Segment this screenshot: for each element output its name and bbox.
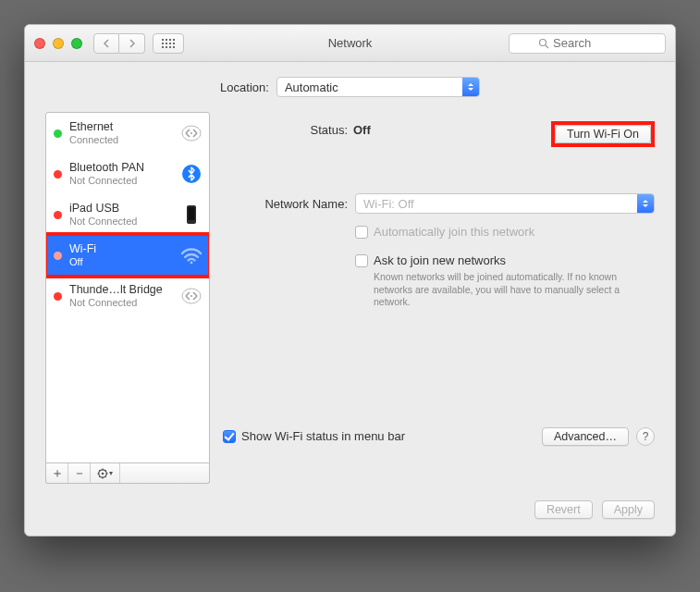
titlebar: Network [25,25,675,62]
content-area: Location: Automatic Ethernet Connected [25,62,675,536]
advanced-button[interactable]: Advanced… [542,427,629,446]
status-dot-icon [54,252,62,260]
svg-point-21 [190,295,192,297]
wifi-icon [179,243,203,267]
svg-point-15 [190,132,192,134]
minimize-icon[interactable] [53,38,64,49]
annotation-highlight [551,121,655,147]
status-dot-icon [54,170,62,179]
svg-line-28 [99,470,100,471]
svg-line-29 [104,475,105,476]
sidebar-item-label: Thunde…lt Bridge [69,283,172,297]
ask-join-checkbox[interactable] [355,254,368,267]
location-value: Automatic [277,80,338,94]
svg-rect-6 [169,43,171,44]
svg-line-30 [99,475,100,476]
svg-rect-4 [162,43,164,44]
search-field[interactable] [509,33,666,54]
footer: Revert Apply [45,500,655,519]
search-icon [538,38,549,49]
sidebar-item-label: Bluetooth PAN [69,161,172,175]
nav-segment [93,33,145,54]
svg-point-23 [101,472,104,475]
sidebar-item-sub: Not Connected [69,297,172,309]
close-icon[interactable] [34,38,45,49]
search-input[interactable] [553,36,636,50]
auto-join-label: Automatically join this network [374,225,534,239]
menu-bar-label: Show Wi-Fi status in menu bar [241,429,405,443]
auto-join-checkbox [355,226,368,239]
sidebar-item-label: Wi-Fi [69,242,172,256]
sidebar-item-ethernet[interactable]: Ethernet Connected [46,113,209,154]
sidebar-footer: ＋ － [45,463,210,484]
svg-line-31 [104,470,105,471]
svg-line-13 [546,45,548,48]
sidebar-item-thunderbolt-bridge[interactable]: Thunde…lt Bridge Not Connected [46,276,209,316]
svg-rect-7 [173,43,175,44]
chevron-updown-icon [462,78,479,96]
status-label: Status: [223,121,348,137]
svg-point-12 [540,39,546,45]
apply-button[interactable]: Apply [602,500,655,519]
bluetooth-icon [179,162,203,186]
sidebar-item-wifi[interactable]: Wi-Fi Off [46,235,209,276]
sidebar-item-sub: Off [69,256,172,268]
ask-join-row: Ask to join new networks [355,253,655,267]
svg-rect-9 [166,46,167,48]
interface-list: Ethernet Connected Bluetooth PAN Not Con… [45,112,210,463]
forward-button[interactable] [119,33,145,54]
revert-button[interactable]: Revert [534,500,593,519]
status-value: Off [353,121,371,137]
sidebar-item-bluetooth-pan[interactable]: Bluetooth PAN Not Connected [46,154,209,194]
sidebar-item-label: Ethernet [69,120,172,134]
traffic-lights [34,38,82,49]
thunderbolt-icon [179,284,203,308]
ethernet-icon [179,121,203,145]
svg-rect-1 [166,39,167,41]
detail-panel: Status: Off Turn Wi-Fi On Network Name: … [223,112,655,484]
sidebar-wrap: Ethernet Connected Bluetooth PAN Not Con… [45,112,210,484]
auto-join-row: Automatically join this network [355,225,655,239]
device-icon [179,203,203,227]
sidebar-item-sub: Connected [69,134,172,146]
location-row: Location: Automatic [45,77,655,97]
svg-rect-2 [169,39,171,41]
svg-rect-11 [173,46,175,48]
show-all-button[interactable] [153,33,184,54]
sidebar-item-sub: Not Connected [69,216,172,228]
remove-interface-button[interactable]: － [68,463,91,483]
network-preferences-window: Network Location: Automatic Ethernet [24,24,676,536]
status-dot-icon [54,211,62,219]
svg-rect-3 [173,39,175,41]
network-name-select[interactable]: Wi-Fi: Off [355,193,655,214]
network-name-label: Network Name: [223,197,348,211]
ask-join-hint: Known networks will be joined automatica… [374,271,623,309]
back-button[interactable] [93,33,119,54]
chevron-updown-icon [637,194,654,213]
menu-bar-checkbox[interactable] [223,430,236,443]
svg-rect-18 [189,207,195,220]
location-label: Location: [220,80,269,94]
status-dot-icon [54,292,62,301]
gear-icon [97,468,114,479]
svg-point-19 [190,262,193,265]
action-menu-button[interactable] [91,463,120,483]
svg-rect-0 [162,39,164,41]
help-button[interactable]: ? [636,427,655,446]
status-dot-icon [54,130,62,138]
svg-rect-8 [162,46,164,48]
svg-rect-5 [166,43,167,44]
sidebar-item-ipad-usb[interactable]: iPad USB Not Connected [46,194,209,235]
network-name-value: Wi-Fi: Off [356,197,414,211]
location-select[interactable]: Automatic [276,77,480,97]
add-interface-button[interactable]: ＋ [46,463,68,483]
svg-rect-10 [169,46,171,48]
zoom-icon[interactable] [71,38,82,49]
ask-join-label: Ask to join new networks [374,253,506,267]
sidebar-item-label: iPad USB [69,202,172,216]
sidebar-item-sub: Not Connected [69,175,172,187]
